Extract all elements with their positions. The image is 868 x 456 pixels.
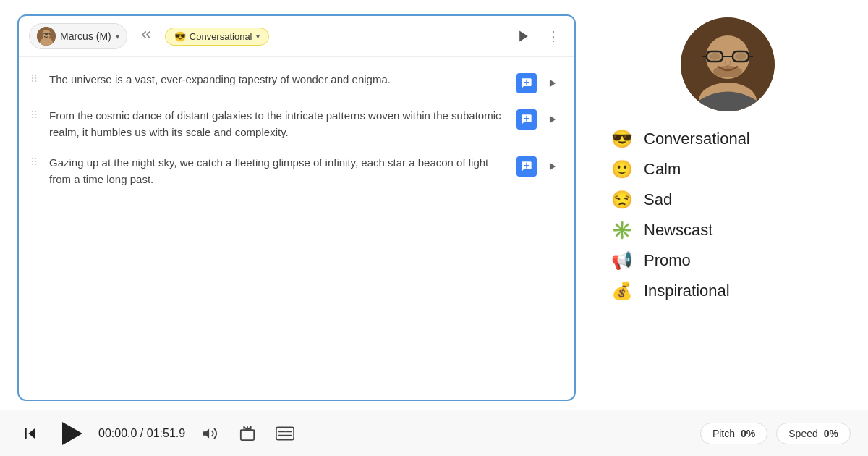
style-option-calm[interactable]: 🙂 Calm: [605, 156, 851, 182]
segments-list: ⠿ The universe is a vast, ever-expanding…: [19, 57, 574, 400]
play-segment-button[interactable]: [542, 73, 563, 93]
add-to-segment-button[interactable]: [516, 109, 537, 130]
svg-point-20: [713, 66, 742, 77]
segment-actions: [516, 72, 563, 93]
speaker-avatar: [37, 27, 56, 46]
svg-marker-9: [550, 163, 556, 171]
play-small-button[interactable]: [512, 25, 535, 48]
play-segment-button[interactable]: [542, 156, 563, 177]
main-area: Marcus (M) ▾ 😎 Conversational ▾: [0, 0, 868, 401]
inspirational-emoji: 💰: [610, 281, 634, 301]
tuning-controls: Pitch 0% Speed 0%: [700, 423, 851, 444]
captions-button[interactable]: [272, 421, 298, 447]
segment-text[interactable]: From the cosmic dance of distant galaxie…: [49, 108, 509, 140]
speaker-name: Marcus (M): [60, 30, 111, 42]
playback-controls: 00:00.0 / 01:51.9: [17, 418, 686, 449]
pitch-control[interactable]: Pitch 0%: [700, 423, 767, 444]
newscast-emoji: ✳️: [610, 220, 634, 240]
pitch-value: 0%: [741, 428, 755, 439]
promo-label: Promo: [644, 251, 691, 270]
svg-marker-23: [203, 428, 209, 438]
drag-handle-icon[interactable]: ⠿: [30, 155, 42, 168]
calm-emoji: 🙂: [610, 159, 634, 180]
segment-text[interactable]: Gazing up at the night sky, we catch a f…: [49, 155, 509, 187]
style-option-newscast[interactable]: ✳️ Newscast: [605, 217, 851, 243]
style-selector[interactable]: 😎 Conversational ▾: [165, 28, 269, 46]
total-time: 01:51.9: [147, 427, 185, 439]
style-option-inspirational[interactable]: 💰 Inspirational: [605, 278, 851, 304]
add-to-segment-button[interactable]: [516, 73, 537, 93]
calm-label: Calm: [644, 160, 681, 179]
table-row: ⠿ The universe is a vast, ever-expanding…: [19, 64, 574, 101]
more-options-button[interactable]: ⋮: [542, 27, 564, 46]
play-main-button[interactable]: [55, 418, 87, 449]
svg-marker-6: [519, 31, 528, 42]
svg-marker-7: [550, 80, 556, 88]
time-separator: /: [137, 427, 146, 439]
rewind-button[interactable]: [135, 26, 158, 47]
svg-rect-29: [276, 427, 294, 439]
inspirational-label: Inspirational: [644, 282, 730, 300]
segment-actions: [516, 108, 563, 130]
table-row: ⠿ Gazing up at the night sky, we catch a…: [19, 148, 574, 195]
svg-marker-21: [28, 428, 35, 439]
style-label: Conversational: [190, 31, 252, 42]
promo-emoji: 📢: [610, 250, 634, 271]
bottom-bar: 00:00.0 / 01:51.9: [0, 410, 868, 456]
pitch-label: Pitch: [712, 428, 735, 439]
avatar-illustration: [681, 17, 775, 111]
style-option-sad[interactable]: 😒 Sad: [605, 187, 851, 213]
speaker-selector[interactable]: Marcus (M) ▾: [29, 23, 127, 49]
newscast-label: Newscast: [644, 221, 712, 240]
speaker-chevron-icon: ▾: [116, 33, 119, 41]
style-option-conversational[interactable]: 😎 Conversational: [605, 126, 851, 152]
play-triangle-icon: [62, 422, 82, 445]
conversational-emoji: 😎: [610, 129, 634, 149]
style-emoji: 😎: [174, 31, 186, 42]
segment-actions: [516, 155, 563, 177]
current-time: 00:00.0: [98, 427, 137, 439]
svg-rect-24: [241, 430, 254, 440]
sad-label: Sad: [644, 190, 672, 209]
style-options-list: 😎 Conversational 🙂 Calm 😒 Sad ✳️ Newscas…: [605, 126, 851, 304]
add-to-segment-button[interactable]: [516, 156, 537, 177]
svg-point-18: [709, 53, 720, 60]
speed-label: Speed: [788, 428, 817, 439]
skip-start-button[interactable]: [17, 421, 43, 447]
drag-handle-icon[interactable]: ⠿: [30, 108, 42, 121]
style-option-promo[interactable]: 📢 Promo: [605, 248, 851, 274]
conversational-label: Conversational: [644, 130, 750, 148]
style-chevron-icon: ▾: [256, 33, 260, 41]
svg-point-19: [735, 53, 746, 60]
right-panel: 😎 Conversational 🙂 Calm 😒 Sad ✳️ Newscas…: [605, 14, 851, 401]
drag-handle-icon[interactable]: ⠿: [30, 72, 42, 85]
play-segment-button[interactable]: [542, 109, 563, 130]
scene-button[interactable]: [234, 421, 260, 447]
segment-text[interactable]: The universe is a vast, ever-expanding t…: [49, 72, 509, 88]
speed-value: 0%: [824, 428, 838, 439]
table-row: ⠿ From the cosmic dance of distant galax…: [19, 101, 574, 148]
sad-emoji: 😒: [610, 190, 634, 210]
time-display: 00:00.0 / 01:51.9: [98, 427, 185, 440]
editor-toolbar: Marcus (M) ▾ 😎 Conversational ▾: [19, 16, 574, 57]
speed-control[interactable]: Speed 0%: [776, 423, 851, 444]
editor-panel: Marcus (M) ▾ 😎 Conversational ▾: [17, 14, 576, 401]
voice-avatar: [681, 17, 775, 111]
svg-marker-8: [550, 116, 556, 124]
volume-button[interactable]: [197, 421, 223, 447]
